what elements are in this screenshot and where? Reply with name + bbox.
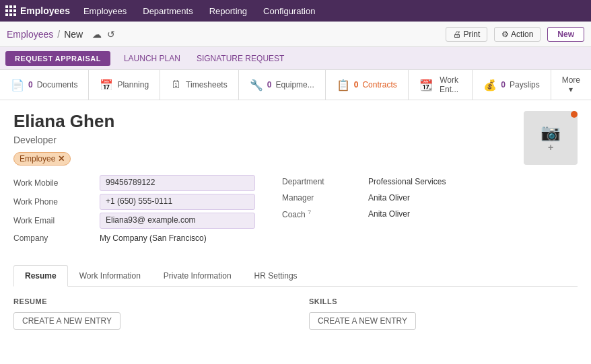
tab-private-information[interactable]: Private Information <box>152 265 243 286</box>
smart-btn-timesheets[interactable]: 🗓 Timesheets <box>160 70 239 100</box>
breadcrumb-current: New <box>64 29 83 40</box>
camera-icon: 📷 + <box>541 123 561 153</box>
documents-icon: 📄 <box>11 79 24 92</box>
work-phone-field: Work Phone +1 (650) 555-0111 <box>13 194 255 210</box>
tag-remove-icon[interactable]: ✕ <box>58 154 65 163</box>
skills-section: SKILLS CREATE A NEW ENTRY <box>309 297 578 330</box>
employee-photo[interactable]: 📷 + <box>524 111 578 165</box>
smart-btn-work-entries[interactable]: 📆 Work Ent... <box>409 70 473 100</box>
fields-container: Work Mobile 99456789122 Work Phone +1 (6… <box>13 175 524 248</box>
coach-label: Coach ? <box>282 209 363 219</box>
employee-job-title: Developer <box>13 135 524 145</box>
department-field: Department Professional Services <box>282 175 524 188</box>
smart-btn-planning[interactable]: 📅 Planning <box>89 70 160 100</box>
breadcrumb-separator: / <box>57 29 60 40</box>
work-email-label: Work Email <box>13 216 94 225</box>
work-entries-icon: 📆 <box>419 79 433 92</box>
resume-section-title: RESUME <box>13 297 282 305</box>
print-button[interactable]: 🖨 Print <box>446 27 487 42</box>
work-mobile-field: Work Mobile 99456789122 <box>13 175 255 191</box>
employee-tag: Employee ✕ <box>13 152 71 166</box>
launch-plan-button[interactable]: LAUNCH PLAN <box>116 50 188 67</box>
app-name: Employees <box>20 5 70 16</box>
print-icon: 🖨 <box>453 30 461 39</box>
tab-work-information[interactable]: Work Information <box>68 265 152 286</box>
employee-form: Eliana Ghen Developer Employee ✕ Work Mo… <box>13 111 524 248</box>
skills-section-title: SKILLS <box>309 297 578 305</box>
smart-btn-documents[interactable]: 📄 0 Documents <box>0 70 89 100</box>
contracts-icon: 📋 <box>337 79 350 92</box>
tab-resume[interactable]: Resume <box>13 265 68 287</box>
new-button[interactable]: New <box>547 27 584 42</box>
tab-hr-settings[interactable]: HR Settings <box>243 265 309 286</box>
employee-name: Eliana Ghen <box>13 111 524 132</box>
timesheets-icon: 🗓 <box>171 79 182 91</box>
save-manually-icon[interactable]: ☁ <box>92 29 102 40</box>
nav-employees[interactable]: Employees <box>81 6 129 16</box>
request-appraisal-button[interactable]: REQUEST APPRAISAL <box>5 51 110 66</box>
notification-dot <box>571 111 578 118</box>
top-navigation: Employees Employees Departments Reportin… <box>0 0 591 22</box>
manager-label: Manager <box>282 193 363 203</box>
breadcrumb-actions: 🖨 Print ⚙ Action New <box>446 27 584 42</box>
work-mobile-label: Work Mobile <box>13 178 94 188</box>
company-field: Company My Company (San Francisco) <box>13 231 255 245</box>
payslips-icon: 💰 <box>483 79 497 92</box>
coach-value: Anita Oliver <box>368 207 524 221</box>
manager-value: Anita Oliver <box>368 191 524 205</box>
work-phone-input[interactable]: +1 (650) 555-0111 <box>100 194 255 210</box>
company-label: Company <box>13 233 94 243</box>
tabs-row: Resume Work Information Private Informat… <box>13 265 578 287</box>
coach-field: Coach ? Anita Oliver <box>282 207 524 221</box>
tab-content: RESUME CREATE A NEW ENTRY SKILLS CREATE … <box>0 287 591 340</box>
work-phone-label: Work Phone <box>13 197 94 207</box>
smart-btn-contracts[interactable]: 📋 0 Contracts <box>326 70 409 100</box>
more-button[interactable]: More ▾ <box>551 70 591 100</box>
nav-departments[interactable]: Departments <box>140 6 195 16</box>
tag-label: Employee <box>20 154 55 163</box>
smart-btn-payslips[interactable]: 💰 0 Payslips <box>473 70 551 100</box>
breadcrumb: Employees / New ☁ ↺ <box>7 29 115 40</box>
work-mobile-input[interactable]: 99456789122 <box>100 175 255 191</box>
discard-icon[interactable]: ↺ <box>107 29 115 40</box>
smart-btn-equipment[interactable]: 🔧 0 Equipme... <box>239 70 326 100</box>
breadcrumb-bar: Employees / New ☁ ↺ 🖨 Print ⚙ Action New <box>0 22 591 47</box>
work-email-input[interactable]: Eliana93@ example.com <box>100 213 255 229</box>
manager-field: Manager Anita Oliver <box>282 191 524 205</box>
company-value: My Company (San Francisco) <box>100 231 255 245</box>
planning-icon: 📅 <box>100 79 113 92</box>
smart-buttons-row: 📄 0 Documents 📅 Planning 🗓 Timesheets 🔧 … <box>0 70 591 100</box>
signature-request-button[interactable]: SIGNATURE REQUEST <box>188 50 292 67</box>
nav-reporting[interactable]: Reporting <box>207 6 250 16</box>
breadcrumb-icons: ☁ ↺ <box>92 29 115 40</box>
action-row: REQUEST APPRAISAL LAUNCH PLAN SIGNATURE … <box>0 47 591 70</box>
department-value: Professional Services <box>368 175 524 188</box>
resume-create-entry-button[interactable]: CREATE A NEW ENTRY <box>13 312 120 330</box>
breadcrumb-parent[interactable]: Employees <box>7 29 53 40</box>
app-logo[interactable]: Employees <box>5 5 70 16</box>
nav-configuration[interactable]: Configuration <box>260 6 318 16</box>
grid-icon <box>5 5 16 16</box>
department-label: Department <box>282 177 363 186</box>
equipment-icon: 🔧 <box>250 79 263 92</box>
skills-create-entry-button[interactable]: CREATE A NEW ENTRY <box>309 312 416 330</box>
action-button[interactable]: ⚙ Action <box>494 27 541 42</box>
work-email-field: Work Email Eliana93@ example.com <box>13 213 255 229</box>
fields-right: Department Professional Services Manager… <box>282 175 524 248</box>
main-content: Eliana Ghen Developer Employee ✕ Work Mo… <box>0 100 591 258</box>
gear-icon: ⚙ <box>501 30 509 39</box>
resume-section: RESUME CREATE A NEW ENTRY <box>13 297 282 330</box>
fields-left: Work Mobile 99456789122 Work Phone +1 (6… <box>13 175 255 248</box>
